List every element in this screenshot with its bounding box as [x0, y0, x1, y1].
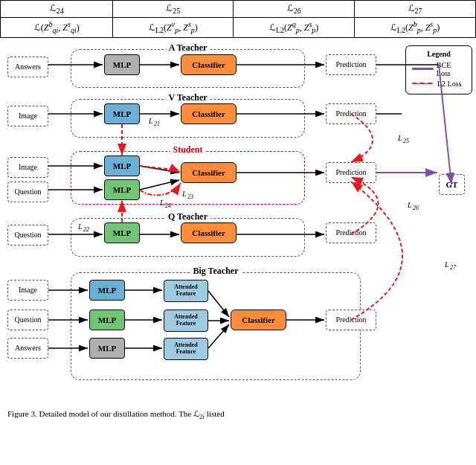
a-teacher-mlp: MLP	[104, 54, 140, 75]
table-cell-l25: ℒL2(Zvp, Zsp)	[113, 18, 234, 37]
v-teacher-input: Image	[7, 106, 48, 126]
v-teacher-title: V Teacher	[165, 92, 210, 103]
svg-text:L: L	[444, 260, 449, 269]
student-prediction: Prediction	[326, 162, 376, 183]
a-teacher-classifier: Classifier	[181, 54, 237, 75]
loss-table: ℒ24 ℒ25 ℒ26 ℒ27 ℒ(Zbqi, Zsqi) ℒL2(Zvp, Z…	[0, 0, 476, 38]
big-teacher-title: Big Teacher	[190, 266, 241, 277]
big-teacher-attended-1: AttendedFeature	[164, 280, 208, 302]
table-header-l27: ℒ27	[355, 1, 476, 18]
svg-text:26: 26	[413, 205, 419, 211]
q-teacher-classifier: Classifier	[181, 222, 237, 243]
a-teacher-prediction: Prediction	[326, 54, 376, 75]
student-title: Student	[170, 144, 205, 155]
legend-bce-line	[412, 68, 434, 70]
q-teacher-title: Q Teacher	[165, 211, 210, 222]
v-teacher-mlp: MLP	[104, 103, 140, 124]
legend-l2-row: L2 Loss	[412, 80, 466, 88]
student-question-input: Question	[7, 182, 48, 202]
big-teacher-attended-2: AttendedFeature	[164, 310, 208, 332]
legend-l2-line	[412, 83, 434, 85]
table-cell-l26: ℒL2(Zqp, Zsp)	[234, 18, 355, 37]
big-teacher-mlp-green: MLP	[89, 310, 125, 330]
student-classifier: Classifier	[181, 162, 237, 183]
big-teacher-prediction: Prediction	[326, 310, 376, 330]
a-teacher-title: A Teacher	[166, 42, 210, 54]
svg-text:27: 27	[450, 264, 457, 271]
table-header-l24: ℒ24	[1, 1, 113, 18]
svg-text:25: 25	[403, 138, 409, 144]
svg-text:L: L	[407, 201, 412, 209]
v-teacher-prediction: Prediction	[326, 103, 376, 124]
student-mlp-green: MLP	[104, 179, 140, 200]
legend: Legend BCE Loss L2 Loss	[405, 45, 472, 94]
big-teacher-question-input: Question	[7, 310, 48, 330]
svg-text:L: L	[397, 134, 402, 142]
big-teacher-classifier: Classifier	[231, 310, 286, 330]
v-teacher-classifier: Classifier	[181, 103, 237, 124]
q-teacher-mlp: MLP	[104, 222, 140, 243]
table-cell-l27: ℒL2(Zbp, Zsp)	[355, 18, 476, 37]
legend-title: Legend	[412, 50, 466, 58]
big-teacher-mlp-gray: MLP	[89, 338, 125, 359]
legend-bce-label: BCE Loss	[437, 61, 466, 77]
table-cell-l24: ℒ(Zbqi, Zsqi)	[1, 18, 113, 37]
student-image-input: Image	[7, 157, 48, 178]
legend-l2-label: L2 Loss	[437, 80, 462, 88]
table-header-l26: ℒ26	[234, 1, 355, 18]
big-teacher-image-input: Image	[7, 280, 48, 301]
legend-bce-row: BCE Loss	[412, 61, 466, 77]
student-mlp-blue: MLP	[104, 155, 140, 176]
gt-box: GT	[439, 174, 465, 195]
q-teacher-prediction: Prediction	[326, 222, 376, 243]
big-teacher-mlp-blue: MLP	[89, 280, 125, 301]
caption: Figure 3. Detailed model of our distilla…	[7, 408, 469, 422]
big-teacher-attended-3: AttendedFeature	[164, 338, 208, 360]
a-teacher-input: Answers	[7, 57, 48, 77]
q-teacher-input: Question	[7, 225, 48, 246]
table-header-l25: ℒ25	[113, 1, 234, 18]
big-teacher-answers-input: Answers	[7, 338, 48, 359]
diagram: A Teacher Answers MLP Classifier Predict…	[0, 38, 476, 425]
